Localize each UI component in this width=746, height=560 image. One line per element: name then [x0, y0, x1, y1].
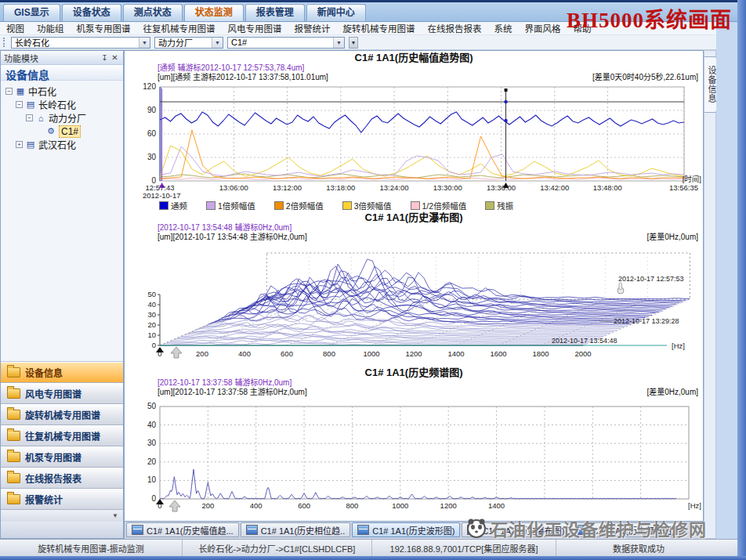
chevron-down-icon[interactable]: ▼	[333, 38, 344, 48]
combo-value: C1#	[231, 38, 247, 47]
waterfall-chart-svg[interactable]: 0102030405002004006008001000120014001600…	[125, 242, 703, 366]
window-frame-right	[737, 0, 746, 560]
sidebar-nav-label: 往复机械专用图谱	[25, 429, 100, 443]
svg-text:400: 400	[250, 501, 263, 510]
legend-label: 1倍频幅值	[218, 200, 255, 211]
status-bar: 旋转机械专用图谱-振动监测长岭石化->动力分厂->C1#[CLSHDLCFB]1…	[0, 539, 737, 556]
nav-overflow-strip[interactable]: ▼	[1, 510, 123, 522]
menu-item[interactable]: 界面风格	[525, 22, 561, 34]
svg-text:[Hz]: [Hz]	[672, 341, 685, 350]
top-tab[interactable]: 报表管理	[245, 4, 305, 21]
sidebar-nav-label: 旋转机械专用图谱	[25, 408, 100, 421]
document-tab[interactable]: C1# 1A1(历史波形图)	[352, 522, 460, 537]
trend-diff-label: [差量0天0时40分5秒,22.61um]	[592, 73, 698, 82]
spectrum-aux-cursor-text: [2012-10-17 13:37:58 辅游标0Hz,0um]	[125, 378, 703, 388]
svg-text:30: 30	[147, 153, 157, 161]
document-tab[interactable]: C1# 1A1(历史频谱图)	[572, 522, 680, 537]
svg-text:60: 60	[147, 129, 157, 138]
tree-item[interactable]: +▤武汉石化	[2, 138, 121, 151]
svg-text:13:12:00: 13:12:00	[273, 183, 302, 192]
spectrum-chart-svg[interactable]: 010203040500200400600800100012001400[Hz]	[125, 397, 703, 516]
tree-expander[interactable]: −	[26, 114, 33, 121]
top-tab[interactable]: 设备状态	[62, 4, 121, 21]
document-tab[interactable]: C1# 1A1(历史幅值趋...	[126, 522, 239, 537]
pin-icon[interactable]: ↧	[100, 52, 110, 63]
tree-item-label: 武汉石化	[38, 138, 76, 151]
waterfall-chart-title: C1# 1A1(历史瀑布图)	[125, 211, 703, 223]
sidebar-nav-button[interactable]: 设备信息	[1, 362, 123, 383]
svg-text:40: 40	[147, 421, 157, 429]
svg-text:20: 20	[147, 320, 156, 329]
svg-text:800: 800	[323, 349, 335, 358]
svg-text:[时间]: [时间]	[683, 175, 701, 183]
sidebar-nav-button[interactable]: 在线报告报表	[1, 468, 123, 489]
tree-expander[interactable]: −	[16, 101, 23, 108]
tree-item[interactable]: −▤长岭石化	[2, 98, 121, 111]
chevron-down-icon[interactable]: ▼	[139, 38, 150, 48]
svg-text:400: 400	[238, 349, 251, 358]
svg-text:1000: 1000	[363, 349, 379, 358]
top-tab[interactable]: GIS显示	[3, 4, 60, 21]
menu-item[interactable]: 往复机械专用图谱	[143, 22, 215, 34]
combo-value: 动力分厂	[158, 36, 193, 49]
waterfall-aux-cursor-text: [2012-10-17 13:54:48 辅游标0Hz,0um]	[125, 223, 703, 233]
legend-label: 2倍频幅值	[286, 200, 324, 211]
toolbar-overflow-button[interactable]: ▼	[349, 37, 358, 49]
sidebar-nav-button[interactable]: 风电专用图谱	[1, 383, 123, 404]
menu-item[interactable]: 系统	[494, 22, 512, 34]
combo-box[interactable]: 动力分厂▼	[154, 37, 223, 49]
selection-toolbar: 长岭石化▼动力分厂▼C1#▼▼	[0, 35, 737, 50]
toolbar-grip[interactable]	[3, 38, 7, 47]
tree-item[interactable]: −▦中石化	[2, 85, 121, 98]
top-tab[interactable]: 新闻中心	[306, 4, 366, 21]
combo-box[interactable]: 长岭石化▼	[11, 37, 150, 49]
top-tab[interactable]: 状态监测	[184, 4, 244, 21]
close-icon[interactable]: ✕	[110, 52, 120, 63]
tree-item[interactable]: −⌂动力分厂	[2, 111, 121, 125]
sidebar-nav-button[interactable]: 机泵专用图谱	[1, 446, 123, 468]
sidebar-nav-label: 设备信息	[25, 366, 63, 379]
trend-chart-block: C1# 1A1(历史幅值趋势图) [通频 辅游标2012-10-17 12:57…	[125, 51, 703, 211]
tree-item-label: 长岭石化	[38, 98, 76, 111]
panel-header: 功能模块 ↧ ✕	[1, 51, 123, 65]
menu-item[interactable]: 机泵专用图谱	[77, 22, 131, 34]
document-tab[interactable]: C1# 1A1(历史瀑布图)	[462, 522, 570, 537]
legend-swatch	[485, 201, 494, 210]
sidebar-nav-button[interactable]: 旋转机械专用图谱	[1, 404, 123, 425]
tree-expander[interactable]: −	[5, 88, 13, 95]
top-tab[interactable]: 测点状态	[123, 4, 183, 21]
svg-text:13:48:00: 13:48:00	[593, 183, 622, 192]
sidebar-nav-label: 风电专用图谱	[25, 387, 81, 400]
menu-item[interactable]: 在线报告报表	[428, 22, 482, 34]
menu-item[interactable]: 视图	[6, 22, 24, 34]
svg-text:2012-10-17 13:29:28: 2012-10-17 13:29:28	[614, 317, 679, 325]
svg-text:600: 600	[298, 501, 310, 510]
sidebar-nav-button[interactable]: 报警统计	[1, 489, 123, 510]
section-title: 设备信息	[1, 65, 123, 81]
svg-text:40: 40	[147, 300, 156, 309]
document-tab[interactable]: C1# 1A1(历史相位趋..	[241, 522, 351, 537]
svg-text:1400: 1400	[447, 349, 464, 358]
document-tab-label: C1# 1A1(历史相位趋..	[261, 524, 346, 537]
legend-swatch	[206, 201, 215, 210]
tree-expander[interactable]: +	[16, 141, 23, 148]
document-tab-label: C1# 1A1(历史幅值趋...	[147, 524, 234, 537]
svg-text:1200: 1200	[405, 349, 422, 358]
spectrum-chart-block: C1# 1A1(历史频谱图) [2012-10-17 13:37:58 辅游标0…	[125, 366, 703, 516]
menu-item[interactable]: 风电专用图谱	[228, 22, 282, 34]
svg-text:13:30:00: 13:30:00	[433, 183, 462, 192]
menu-item[interactable]: 旋转机械专用图谱	[343, 22, 415, 34]
trend-chart-title: C1# 1A1(历史幅值趋势图)	[125, 51, 703, 63]
sidebar-nav-label: 报警统计	[25, 493, 63, 506]
sidebar-nav-button[interactable]: 往复机械专用图谱	[1, 425, 123, 446]
menu-item[interactable]: 功能组	[37, 22, 64, 34]
tree-item[interactable]: ⚙C1#	[2, 125, 121, 138]
svg-text:13:42:00: 13:42:00	[540, 183, 569, 192]
legend-label: 通频	[171, 200, 187, 211]
svg-text:2012-10-17 13:54:48: 2012-10-17 13:54:48	[552, 337, 617, 345]
chevron-down-icon[interactable]: ▼	[212, 38, 223, 48]
right-collapsed-tab[interactable]: 设备信息	[704, 56, 717, 113]
trend-chart-svg[interactable]: 030609012012:57:4313:06:0013:12:0013:18:…	[125, 82, 703, 200]
combo-box[interactable]: C1#▼	[227, 37, 345, 49]
menu-item[interactable]: 报警统计	[295, 22, 331, 34]
